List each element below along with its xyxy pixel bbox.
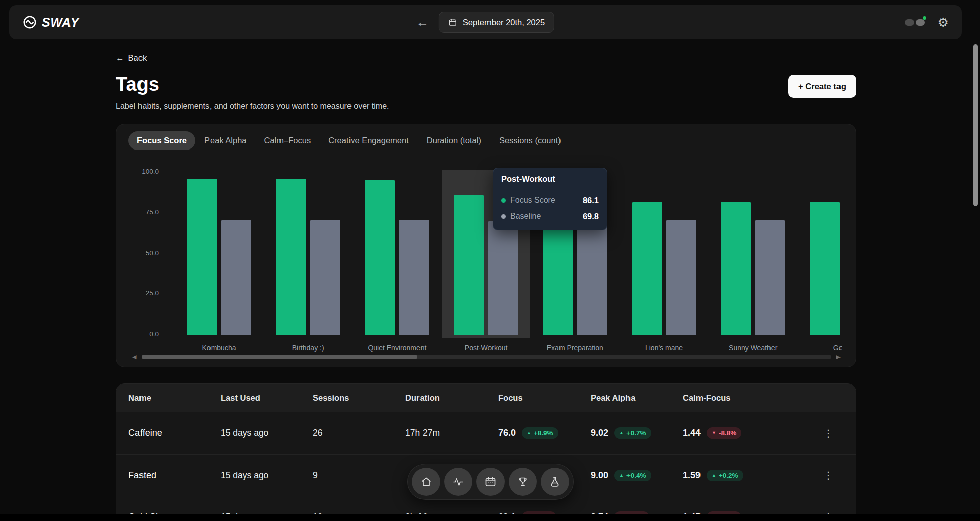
row-menu-button[interactable]: ⋮ bbox=[819, 468, 837, 482]
home-icon bbox=[420, 476, 432, 488]
focus-score-bar[interactable] bbox=[810, 202, 840, 335]
focus-score-bar[interactable] bbox=[721, 202, 751, 335]
top-bar: SWAY ← September 20th, 2025 ⚙ bbox=[9, 5, 962, 39]
activity-pulse-icon bbox=[452, 476, 464, 488]
x-axis-label-post-workout: Post-Workout bbox=[442, 344, 530, 352]
dock-home-button[interactable] bbox=[412, 468, 440, 496]
brand-name: SWAY bbox=[42, 15, 79, 30]
change-percent: +8.9% bbox=[534, 429, 553, 437]
focus-score-bar[interactable] bbox=[365, 180, 395, 335]
page-subtitle: Label habits, supplements, and other fac… bbox=[116, 102, 389, 111]
focus-score-bar[interactable] bbox=[543, 226, 573, 335]
bar-group-birthday[interactable] bbox=[276, 168, 340, 335]
y-tick-label: 0.0 bbox=[123, 330, 159, 338]
chart-tab-creative-engagement[interactable]: Creative Engagement bbox=[320, 131, 417, 150]
baseline-bar[interactable] bbox=[399, 220, 429, 335]
row-menu-button[interactable]: ⋮ bbox=[819, 426, 837, 440]
series-dot-icon bbox=[501, 214, 506, 219]
chart-tab-focus-score[interactable]: Focus Score bbox=[128, 131, 195, 150]
focus-score-bar[interactable] bbox=[276, 179, 306, 335]
column-header-peak-alpha[interactable]: Peak Alpha bbox=[591, 393, 683, 403]
baseline-bar[interactable] bbox=[577, 219, 607, 335]
column-header-duration[interactable]: Duration bbox=[405, 393, 498, 403]
chart-tab-sessions-count[interactable]: Sessions (count) bbox=[491, 131, 570, 150]
focus-score-bar[interactable] bbox=[187, 179, 217, 335]
chart-scroll-track[interactable] bbox=[142, 355, 831, 359]
page-title: Tags bbox=[116, 73, 159, 95]
bar-group-good[interactable] bbox=[810, 168, 842, 335]
bottom-edge bbox=[0, 514, 980, 521]
change-badge: ▼-8.8% bbox=[707, 427, 741, 439]
down-arrow-icon: ▼ bbox=[712, 431, 716, 435]
online-dot-icon bbox=[923, 16, 926, 20]
page-scrollbar-thumb[interactable] bbox=[973, 44, 978, 206]
chart-tab-calm-focus[interactable]: Calm–Focus bbox=[256, 131, 320, 150]
status-indicator[interactable] bbox=[905, 19, 925, 26]
column-header-focus[interactable]: Focus bbox=[498, 393, 591, 403]
tags-table-card: NameLast UsedSessionsDurationFocusPeak A… bbox=[116, 383, 856, 521]
dock-calendar-button[interactable] bbox=[476, 468, 505, 496]
focus-value: 76.0 bbox=[498, 428, 516, 438]
baseline-bar[interactable] bbox=[221, 220, 251, 335]
chart-tab-peak-alpha[interactable]: Peak Alpha bbox=[196, 131, 255, 150]
scroll-right-arrow-icon[interactable]: ▶ bbox=[836, 354, 841, 360]
up-arrow-icon: ▲ bbox=[527, 431, 531, 435]
settings-gear-button[interactable]: ⚙ bbox=[938, 16, 949, 29]
back-link-label: Back bbox=[128, 53, 147, 63]
bar-group-kombucha[interactable] bbox=[187, 168, 251, 335]
baseline-bar[interactable] bbox=[755, 220, 785, 335]
dock-activity-button[interactable] bbox=[444, 468, 472, 496]
bar-group-quiet-environment[interactable] bbox=[365, 168, 429, 335]
bar-group-sunny-weather[interactable] bbox=[721, 168, 785, 335]
row-menu-cell: ⋮ bbox=[810, 468, 845, 482]
brand[interactable]: SWAY bbox=[22, 15, 79, 30]
column-header-name[interactable]: Name bbox=[128, 393, 221, 403]
dock-flask-button[interactable] bbox=[541, 468, 569, 496]
x-axis-label-sunny-weather: Sunny Weather bbox=[709, 344, 797, 352]
chart-tab-duration-total[interactable]: Duration (total) bbox=[418, 131, 490, 150]
column-header-last-used[interactable]: Last Used bbox=[221, 393, 313, 403]
tooltip-row: Baseline69.8 bbox=[501, 210, 599, 222]
tag-name: Fasted bbox=[128, 470, 221, 481]
tooltip-series-label: Focus Score bbox=[510, 196, 555, 205]
row-menu-cell: ⋮ bbox=[810, 426, 845, 440]
y-tick-label: 25.0 bbox=[123, 289, 159, 297]
y-tick-label: 100.0 bbox=[123, 168, 159, 175]
calm-focus-cell: 1.44▼-8.8% bbox=[683, 427, 810, 439]
up-arrow-icon: ▲ bbox=[619, 473, 624, 478]
date-picker-button[interactable]: September 20th, 2025 bbox=[439, 12, 554, 33]
y-tick-label: 75.0 bbox=[123, 208, 159, 216]
sessions-count: 9 bbox=[313, 470, 405, 481]
focus-score-bar[interactable] bbox=[454, 195, 484, 335]
table-row-caffeine[interactable]: Caffeine15 days ago2617h 27m76.0▲+8.9%9.… bbox=[116, 412, 856, 454]
baseline-bar[interactable] bbox=[310, 220, 340, 335]
column-header-sessions[interactable]: Sessions bbox=[313, 393, 405, 403]
up-arrow-icon: ▲ bbox=[619, 431, 624, 435]
baseline-bar[interactable] bbox=[666, 220, 696, 335]
dock-trophy-button[interactable] bbox=[509, 468, 537, 496]
x-axis-label-kombucha: Kombucha bbox=[175, 344, 263, 352]
chart-card: Focus ScorePeak AlphaCalm–FocusCreative … bbox=[116, 124, 856, 367]
scroll-left-arrow-icon[interactable]: ◀ bbox=[132, 354, 136, 360]
baseline-bar[interactable] bbox=[488, 221, 518, 335]
floating-dock bbox=[407, 464, 574, 500]
bar-group-lion-s-mane[interactable] bbox=[632, 168, 696, 335]
x-axis-label-quiet-environment: Quiet Environment bbox=[353, 344, 441, 352]
change-badge: ▲+0.2% bbox=[707, 470, 743, 481]
column-header-calm-focus[interactable]: Calm-Focus bbox=[683, 393, 810, 403]
create-tag-button[interactable]: + Create tag bbox=[788, 75, 856, 98]
change-badge: ▲+0.7% bbox=[614, 427, 651, 439]
x-axis-label-exam-preparation: Exam Preparation bbox=[531, 344, 619, 352]
y-axis: 100.075.050.025.00.0 bbox=[123, 172, 159, 335]
table-header-row: NameLast UsedSessionsDurationFocusPeak A… bbox=[116, 384, 856, 412]
chart-scrollbar: ◀ ▶ bbox=[132, 352, 841, 362]
x-axis-label-good: Good bbox=[798, 344, 842, 352]
chart-scroll-thumb[interactable] bbox=[142, 355, 417, 359]
up-arrow-icon: ▲ bbox=[712, 473, 716, 478]
header-back-button[interactable]: ← bbox=[416, 16, 429, 28]
chart-metric-tabs: Focus ScorePeak AlphaCalm–FocusCreative … bbox=[128, 131, 570, 150]
sway-logo-icon bbox=[22, 15, 37, 30]
status-pill-right-icon bbox=[916, 19, 925, 26]
back-link[interactable]: ← Back bbox=[116, 53, 147, 63]
focus-score-bar[interactable] bbox=[632, 202, 662, 335]
